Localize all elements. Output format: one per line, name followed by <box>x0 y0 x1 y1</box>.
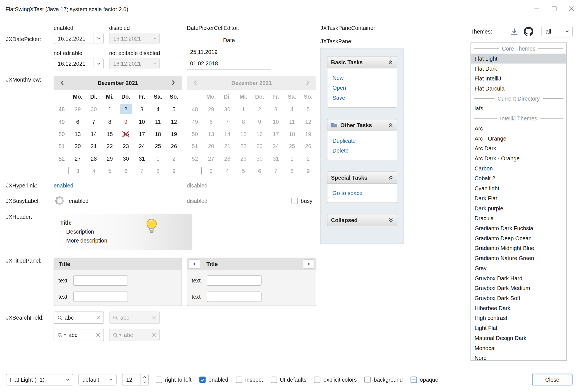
theme-list-item[interactable]: IntelliJ Themes <box>471 113 566 123</box>
font-size-spinner[interactable]: 12 <box>122 374 148 386</box>
day-cell[interactable]: 4 <box>86 165 102 177</box>
theme-list-item[interactable]: Material Design Dark <box>471 333 566 343</box>
day-cell[interactable]: 1 <box>150 153 166 165</box>
task-link[interactable]: Open <box>333 83 392 93</box>
checkbox[interactable] <box>271 377 277 383</box>
spinner-up-button[interactable] <box>141 374 148 380</box>
day-cell[interactable]: 5 <box>166 103 182 115</box>
datepicker-dropdown-button[interactable] <box>94 33 103 44</box>
theme-list-item[interactable]: Dracula <box>471 213 566 223</box>
checkbox-option[interactable]: inspect <box>236 377 263 383</box>
theme-list-item[interactable]: Hiberbee Dark <box>471 303 566 313</box>
clear-icon[interactable] <box>96 316 100 320</box>
table-row[interactable]: 01.02.2018 <box>187 58 271 69</box>
day-cell[interactable]: 18 <box>150 128 166 140</box>
day-cell[interactable]: 30 <box>86 103 102 115</box>
checkbox-option[interactable]: enabled <box>199 377 228 383</box>
day-cell[interactable]: 6 <box>118 165 134 177</box>
maximize-button[interactable] <box>545 0 563 18</box>
day-cell[interactable]: 16 <box>118 128 134 140</box>
theme-list-item[interactable]: Flat Darcula <box>471 84 566 94</box>
checkbox[interactable] <box>236 377 242 383</box>
day-cell[interactable]: 9 <box>118 115 134 128</box>
text-input[interactable] <box>73 292 128 302</box>
day-cell[interactable]: 13 <box>70 128 86 140</box>
checkbox-option[interactable]: explicit colors <box>314 377 357 383</box>
close-button[interactable]: Close <box>532 374 572 385</box>
day-cell[interactable]: 5 <box>102 165 118 177</box>
task-link[interactable]: Go to space <box>333 188 392 198</box>
day-cell[interactable]: 23 <box>118 140 134 153</box>
checkbox[interactable] <box>364 377 371 383</box>
themes-list[interactable]: Core ThemesFlat LightFlat DarkFlat Intel… <box>470 42 567 361</box>
prev-month-button[interactable] <box>59 80 65 86</box>
search-input[interactable]: abc <box>65 315 94 321</box>
day-cell[interactable]: 30 <box>118 153 134 165</box>
day-cell[interactable]: 28 <box>86 153 102 165</box>
theme-list-item[interactable]: Gradianto Dark Fuchsia <box>471 223 566 233</box>
collapse-chevron-up-icon[interactable] <box>388 175 393 180</box>
themes-filter-combo[interactable]: all <box>541 26 572 37</box>
task-link[interactable]: New <box>333 73 392 83</box>
searchfield-enabled[interactable]: abc <box>54 312 104 324</box>
minimize-button[interactable] <box>528 0 545 18</box>
day-cell[interactable]: 9 <box>166 165 182 177</box>
style-combo[interactable]: default <box>78 374 116 386</box>
table-row[interactable]: 25.11.2019 <box>187 46 271 58</box>
checkbox-option[interactable]: background <box>364 377 403 383</box>
day-cell[interactable]: 27 <box>70 153 86 165</box>
next-month-button[interactable] <box>171 80 176 86</box>
day-cell[interactable]: 1 <box>102 103 118 115</box>
theme-list-item[interactable]: Nord <box>471 353 566 361</box>
day-cell[interactable]: 29 <box>102 153 118 165</box>
search-menu-caret-icon[interactable] <box>64 334 66 336</box>
day-cell[interactable]: 7 <box>86 115 102 128</box>
theme-list-item[interactable]: Light Flat <box>471 323 566 333</box>
day-cell[interactable]: 17 <box>134 128 150 140</box>
day-cell[interactable]: 6 <box>70 115 86 128</box>
theme-list-item[interactable]: Arc Dark - Orange <box>471 153 566 163</box>
day-cell[interactable]: 10 <box>134 115 150 128</box>
day-cell[interactable]: 2 <box>166 153 182 165</box>
laf-combo[interactable]: Flat Light (F1) <box>6 374 73 386</box>
day-cell[interactable]: 15 <box>102 128 118 140</box>
day-cell[interactable]: 12 <box>166 115 182 128</box>
checkbox-option[interactable]: opaque <box>411 377 438 383</box>
theme-list-item[interactable]: Cobalt 2 <box>471 173 566 183</box>
theme-list-item[interactable]: Gruvbox Dark Hard <box>471 273 566 283</box>
theme-list-item[interactable]: Gray <box>471 263 566 273</box>
day-cell[interactable]: 2 <box>118 103 134 115</box>
day-cell[interactable]: 8 <box>150 165 166 177</box>
theme-list-item[interactable]: Arc - Orange <box>471 133 566 143</box>
font-size-value[interactable]: 12 <box>122 374 140 385</box>
day-cell[interactable]: 31 <box>134 153 150 165</box>
github-icon[interactable] <box>524 27 533 36</box>
titledpanel-next-button[interactable]: > <box>303 259 314 269</box>
expand-chevron-down-icon[interactable] <box>388 218 393 222</box>
theme-list-item[interactable]: Dark purple <box>471 203 566 213</box>
day-cell[interactable]: 26 <box>166 140 182 153</box>
day-cell[interactable]: 24 <box>134 140 150 153</box>
datepicker-dropdown-button[interactable] <box>94 58 103 69</box>
day-cell[interactable]: 29 <box>70 103 86 115</box>
datepicker-value[interactable]: 16.12.2021 <box>54 33 94 44</box>
theme-list-item[interactable]: Arc Dark <box>471 143 566 153</box>
theme-list-item[interactable]: Core Themes <box>471 44 566 54</box>
theme-list-item[interactable]: High contrast <box>471 313 566 323</box>
text-input[interactable] <box>207 292 261 302</box>
searchfield-with-menu-enabled[interactable]: abc <box>54 329 104 341</box>
day-cell[interactable]: 25 <box>150 140 166 153</box>
day-cell[interactable]: 19 <box>166 128 182 140</box>
theme-list-item[interactable]: Flat Dark <box>471 64 566 74</box>
datepicker-enabled[interactable]: 16.12.2021 <box>54 33 104 44</box>
day-cell[interactable]: 7 <box>134 165 150 177</box>
theme-list-item[interactable]: Dark Flat <box>471 193 566 203</box>
day-cell[interactable]: 3 <box>70 165 86 177</box>
theme-list-item[interactable]: Flat Light <box>471 54 566 64</box>
taskpane-header[interactable]: Collapsed <box>327 214 397 226</box>
busy-checkbox[interactable] <box>291 198 298 204</box>
theme-list-item[interactable]: Cyan light <box>471 183 566 193</box>
task-link[interactable]: Delete <box>333 146 392 156</box>
task-link[interactable]: Duplicate <box>333 136 392 146</box>
checkbox[interactable] <box>156 377 162 383</box>
